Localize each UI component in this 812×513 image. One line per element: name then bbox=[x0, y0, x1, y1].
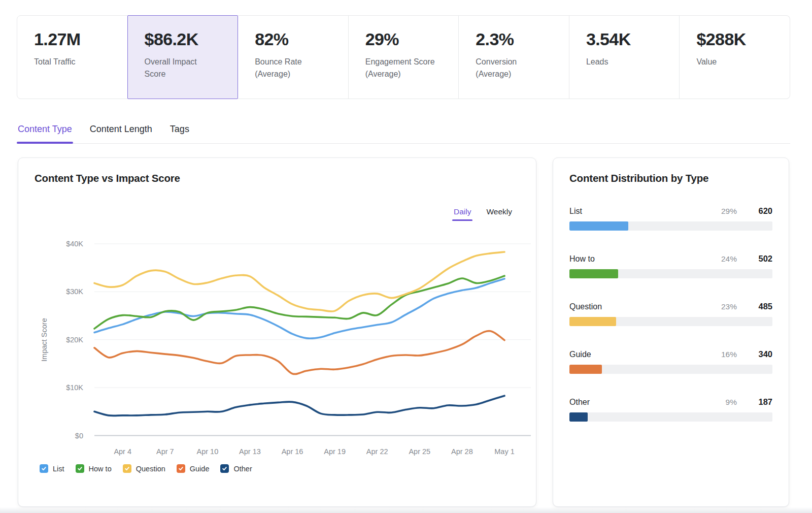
distribution-percent: 16% bbox=[721, 350, 737, 359]
distribution-panel-title: Content Distribution by Type bbox=[569, 172, 772, 184]
distribution-label: How to bbox=[569, 254, 721, 264]
distribution-bar-fill bbox=[569, 412, 588, 422]
x-tick-label: May 1 bbox=[494, 447, 515, 456]
distribution-row-other: Other9%187 bbox=[569, 397, 772, 422]
distribution-bar-fill bbox=[569, 365, 602, 374]
distribution-bar-track bbox=[569, 412, 772, 422]
tab-content-type[interactable]: Content Type bbox=[17, 123, 73, 143]
tab-tags[interactable]: Tags bbox=[169, 123, 190, 143]
y-tick-label: $0 bbox=[75, 432, 83, 440]
distribution-percent: 9% bbox=[726, 398, 737, 407]
distribution-value: 620 bbox=[745, 206, 772, 216]
x-tick-label: Apr 28 bbox=[451, 447, 473, 456]
distribution-row-how-to: How to24%502 bbox=[569, 254, 772, 278]
content-distribution-panel: Content Distribution by Type List29%620H… bbox=[553, 157, 789, 507]
kpi-label: Engagement Score (Average) bbox=[365, 56, 439, 80]
checkbox-checked-icon[interactable] bbox=[76, 464, 84, 473]
legend-label: Other bbox=[233, 465, 252, 473]
kpi-label: Bounce Rate (Average) bbox=[255, 56, 329, 80]
legend-item-list[interactable]: List bbox=[40, 464, 64, 473]
distribution-label: Question bbox=[569, 302, 721, 311]
kpi-card-overall-impact-score[interactable]: $86.2KOverall Impact Score bbox=[127, 15, 239, 99]
legend-item-question[interactable]: Question bbox=[123, 464, 165, 473]
kpi-label: Total Traffic bbox=[34, 56, 108, 68]
impact-score-chart-panel: Content Type vs Impact Score DailyWeekly… bbox=[18, 157, 536, 507]
distribution-value: 502 bbox=[745, 254, 772, 264]
distribution-percent: 29% bbox=[721, 207, 737, 216]
checkbox-checked-icon[interactable] bbox=[40, 464, 48, 473]
legend-item-how-to[interactable]: How to bbox=[76, 464, 112, 473]
kpi-card-leads[interactable]: 3.54KLeads bbox=[569, 15, 680, 99]
distribution-label: List bbox=[569, 207, 721, 216]
x-tick-label: Apr 4 bbox=[114, 447, 131, 456]
x-tick-label: Apr 10 bbox=[197, 447, 219, 456]
kpi-value: 1.27M bbox=[34, 29, 120, 49]
kpi-value: $86.2K bbox=[145, 29, 231, 49]
kpi-value: $288K bbox=[696, 29, 783, 49]
distribution-row-header: Other9%187 bbox=[569, 397, 772, 407]
y-tick-label: $30K bbox=[66, 287, 83, 296]
distribution-row-header: List29%620 bbox=[569, 206, 772, 216]
distribution-row-guide: Guide16%340 bbox=[569, 349, 772, 374]
kpi-value: 2.3% bbox=[476, 29, 562, 49]
line-series-list bbox=[94, 279, 504, 338]
distribution-bar-track bbox=[569, 221, 772, 231]
line-series-how-to bbox=[94, 276, 504, 329]
distribution-rows: List29%620How to24%502Question23%485Guid… bbox=[569, 206, 772, 422]
distribution-bar-track bbox=[569, 365, 772, 374]
distribution-label: Other bbox=[569, 398, 726, 407]
checkbox-checked-icon[interactable] bbox=[177, 464, 185, 473]
distribution-bar-fill bbox=[569, 221, 628, 231]
distribution-percent: 24% bbox=[721, 254, 737, 264]
y-tick-label: $20K bbox=[66, 336, 83, 344]
section-tabs: Content TypeContent LengthTags bbox=[17, 123, 790, 144]
tab-content-length[interactable]: Content Length bbox=[89, 123, 153, 143]
x-tick-label: Apr 19 bbox=[324, 447, 346, 456]
kpi-card-conversion-average[interactable]: 2.3%Conversion (Average) bbox=[459, 15, 569, 99]
distribution-bar-fill bbox=[569, 269, 618, 278]
kpi-label: Value bbox=[696, 56, 770, 68]
kpi-label: Leads bbox=[586, 56, 660, 68]
kpi-card-engagement-score-average[interactable]: 29%Engagement Score (Average) bbox=[349, 15, 459, 99]
distribution-row-list: List29%620 bbox=[569, 206, 772, 231]
distribution-value: 340 bbox=[745, 349, 772, 359]
legend-item-guide[interactable]: Guide bbox=[177, 464, 210, 473]
kpi-card-bounce-rate-average[interactable]: 82%Bounce Rate (Average) bbox=[238, 15, 349, 99]
distribution-value: 485 bbox=[745, 302, 772, 311]
kpi-summary-row: 1.27MTotal Traffic$86.2KOverall Impact S… bbox=[17, 15, 790, 99]
distribution-bar-track bbox=[569, 269, 772, 278]
x-tick-label: Apr 25 bbox=[409, 447, 430, 456]
y-tick-label: $10K bbox=[66, 383, 83, 392]
distribution-bar-fill bbox=[569, 317, 616, 326]
kpi-value: 82% bbox=[255, 29, 341, 49]
legend-label: List bbox=[53, 465, 64, 473]
page-bottom-fade bbox=[0, 507, 812, 513]
legend-label: Question bbox=[136, 465, 165, 473]
kpi-card-value[interactable]: $288KValue bbox=[680, 15, 790, 99]
distribution-row-header: Question23%485 bbox=[569, 302, 772, 311]
x-tick-label: Apr 16 bbox=[282, 447, 303, 456]
checkbox-checked-icon[interactable] bbox=[220, 464, 229, 473]
line-series-question bbox=[94, 252, 504, 311]
distribution-row-header: How to24%502 bbox=[569, 254, 772, 264]
kpi-value: 29% bbox=[365, 29, 452, 49]
analytics-dashboard: 1.27MTotal Traffic$86.2KOverall Impact S… bbox=[0, 0, 812, 513]
legend-label: How to bbox=[89, 465, 112, 473]
distribution-label: Guide bbox=[569, 350, 721, 359]
chart-legend: ListHow toQuestionGuideOther bbox=[40, 464, 252, 473]
impact-score-line-chart: $0$10K$20K$30K$40KImpact ScoreApr 4Apr 7… bbox=[18, 158, 537, 507]
distribution-percent: 23% bbox=[721, 302, 737, 311]
kpi-value: 3.54K bbox=[586, 29, 672, 49]
x-tick-label: Apr 22 bbox=[366, 447, 388, 456]
distribution-row-header: Guide16%340 bbox=[569, 349, 772, 359]
kpi-label: Overall Impact Score bbox=[145, 56, 219, 80]
kpi-label: Conversion (Average) bbox=[476, 56, 550, 80]
line-series-other bbox=[94, 396, 504, 415]
kpi-card-total-traffic[interactable]: 1.27MTotal Traffic bbox=[17, 15, 128, 99]
main-content: Content Type vs Impact Score DailyWeekly… bbox=[18, 157, 789, 507]
legend-label: Guide bbox=[190, 465, 210, 473]
legend-item-other[interactable]: Other bbox=[220, 464, 252, 473]
distribution-bar-track bbox=[569, 317, 772, 326]
distribution-value: 187 bbox=[745, 397, 772, 407]
checkbox-checked-icon[interactable] bbox=[123, 464, 131, 473]
